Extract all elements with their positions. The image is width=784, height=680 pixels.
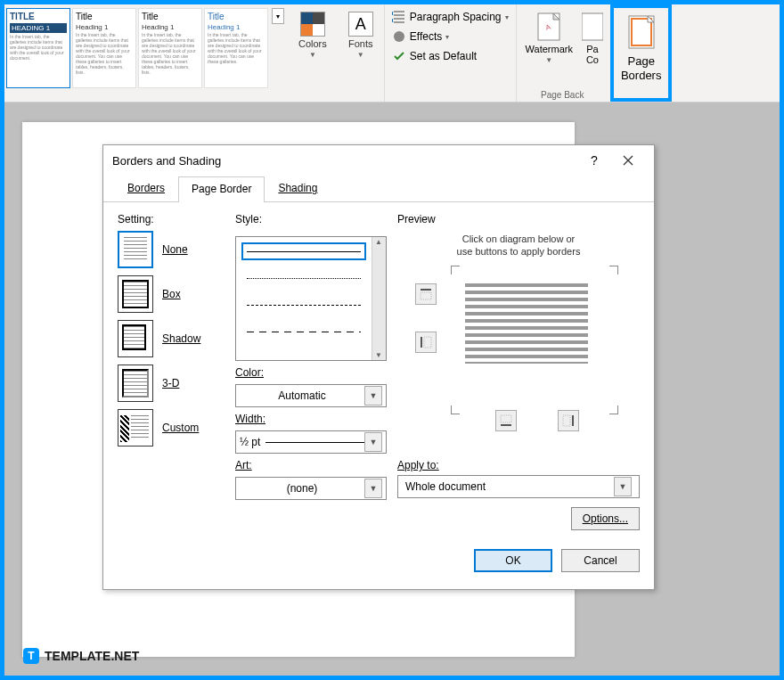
width-preview-line: [265, 442, 364, 443]
template-net-label: TEMPLATE.NET: [45, 649, 139, 663]
template-net-icon: T: [23, 648, 39, 664]
color-dropdown[interactable]: Automatic ▼: [235, 384, 387, 407]
document-styles-gallery: TITLE HEADING 1 In the Insert tab, the g…: [4, 4, 288, 102]
setting-custom-icon: [118, 409, 153, 447]
style-item[interactable]: TITLE HEADING 1 In the Insert tab, the g…: [6, 8, 70, 88]
style-solid[interactable]: [241, 242, 366, 260]
fonts-icon: A: [348, 12, 373, 37]
paragraph-spacing-label: Paragraph Spacing: [410, 11, 502, 23]
fonts-button[interactable]: A Fonts ▼: [345, 8, 377, 62]
style-body: In the Insert tab, the galleries include…: [10, 34, 67, 61]
setting-none[interactable]: None: [118, 231, 225, 268]
style-dashed-large[interactable]: [241, 323, 366, 340]
svg-rect-3: [582, 13, 603, 40]
page-borders-icon: [625, 13, 657, 51]
ok-button[interactable]: OK: [474, 549, 552, 572]
style-title: Title: [76, 12, 133, 21]
art-dropdown[interactable]: (none) ▼: [235, 477, 387, 500]
page-background-group-label: Page Back: [541, 90, 584, 100]
dropdown-button[interactable]: ▼: [364, 386, 382, 406]
setting-3d[interactable]: 3-D: [118, 365, 225, 402]
style-heading: Heading 1: [208, 23, 265, 31]
style-listbox[interactable]: [235, 236, 387, 361]
border-top-button[interactable]: [415, 283, 437, 305]
setting-shadow[interactable]: Shadow: [118, 320, 225, 357]
style-dashed-small[interactable]: [241, 296, 366, 314]
ribbon: TITLE HEADING 1 In the Insert tab, the g…: [4, 4, 780, 102]
dropdown-caret-icon: ▼: [357, 51, 364, 59]
style-title: TITLE: [10, 12, 67, 21]
svg-rect-13: [563, 415, 570, 426]
effects-icon: [392, 29, 406, 44]
border-left-button[interactable]: [415, 332, 437, 353]
dialog-help-button[interactable]: ?: [577, 147, 611, 174]
watermark-icon: A: [535, 12, 562, 42]
setting-shadow-label: Shadow: [162, 332, 200, 345]
page-borders-label[interactable]: Page Borders: [621, 54, 662, 82]
crop-mark-icon: [609, 406, 618, 414]
style-dotted[interactable]: [241, 269, 366, 287]
page-background-group: A Watermark ▼ Pa Co Page Back: [517, 4, 608, 102]
svg-rect-12: [572, 415, 574, 426]
dialog-close-button[interactable]: [611, 147, 645, 174]
apply-to-value: Whole document: [405, 480, 614, 493]
colors-group: Colors ▼: [288, 4, 338, 102]
dialog-footer: OK Cancel: [103, 541, 654, 580]
colors-button[interactable]: Colors ▼: [295, 8, 331, 62]
watermark-button[interactable]: A Watermark ▼: [522, 8, 576, 68]
cancel-button[interactable]: Cancel: [561, 549, 640, 572]
preview-label: Preview: [397, 213, 640, 225]
options-button[interactable]: Options...: [571, 507, 640, 530]
fonts-label: Fonts: [348, 38, 373, 49]
setting-none-label: None: [162, 243, 188, 256]
page-color-button[interactable]: Pa Co: [582, 8, 603, 69]
svg-point-0: [394, 31, 404, 42]
page-color-icon: [582, 12, 603, 42]
style-item[interactable]: Title Heading 1 In the Insert tab, the g…: [72, 8, 136, 88]
width-value: ½ pt: [240, 436, 260, 448]
art-value: (none): [240, 482, 364, 495]
svg-rect-11: [501, 415, 511, 422]
page-borders-highlight: Page Borders: [610, 4, 673, 102]
width-dropdown[interactable]: ½ pt ▼: [235, 430, 387, 454]
border-right-button[interactable]: [558, 410, 579, 431]
preview-area: [397, 267, 640, 455]
svg-rect-6: [421, 289, 431, 291]
setting-box-label: Box: [162, 288, 181, 300]
apply-to-dropdown[interactable]: Whole document ▼: [397, 475, 640, 498]
style-item[interactable]: Title Heading 1 In the Insert tab, the g…: [204, 8, 268, 88]
dropdown-button[interactable]: ▼: [364, 479, 382, 498]
set-default-button[interactable]: Set as Default: [390, 47, 510, 65]
style-scrollbar[interactable]: [372, 237, 386, 360]
border-bottom-button[interactable]: [495, 410, 517, 431]
color-value: Automatic: [240, 389, 364, 402]
preview-hint: Click on diagram below or use buttons to…: [397, 233, 640, 258]
setting-label: Setting:: [118, 213, 225, 225]
setting-box-icon: [118, 275, 153, 313]
style-heading: HEADING 1: [10, 23, 67, 33]
tab-shading[interactable]: Shading: [265, 176, 331, 201]
preview-diagram[interactable]: [460, 271, 593, 369]
dropdown-button[interactable]: ▼: [364, 432, 382, 452]
style-title: Title: [208, 12, 265, 21]
tab-page-border[interactable]: Page Border: [178, 176, 265, 202]
style-item[interactable]: Title Heading 1 In the Insert tab, the g…: [138, 8, 202, 88]
tab-borders[interactable]: Borders: [114, 176, 178, 201]
apply-to-label: Apply to:: [397, 459, 640, 471]
template-net-watermark: T TEMPLATE.NET: [23, 648, 139, 664]
style-heading: Heading 1: [142, 23, 199, 31]
setting-custom[interactable]: Custom: [118, 409, 225, 447]
crop-mark-icon: [451, 406, 460, 414]
dialog-title: Borders and Shading: [112, 154, 221, 168]
dialog-titlebar: Borders and Shading ?: [103, 145, 654, 176]
dropdown-button[interactable]: ▼: [614, 477, 632, 496]
paragraph-spacing-button[interactable]: Paragraph Spacing ▾: [390, 8, 510, 26]
dropdown-caret-icon: ▾: [445, 33, 449, 41]
effects-button[interactable]: Effects ▾: [390, 28, 510, 45]
effects-label: Effects: [410, 30, 442, 43]
style-body: In the Insert tab, the galleries include…: [76, 32, 133, 75]
setting-3d-label: 3-D: [162, 377, 179, 389]
setting-box[interactable]: Box: [118, 275, 225, 313]
gallery-expand-button[interactable]: ▾: [272, 8, 284, 24]
close-icon: [623, 155, 633, 166]
